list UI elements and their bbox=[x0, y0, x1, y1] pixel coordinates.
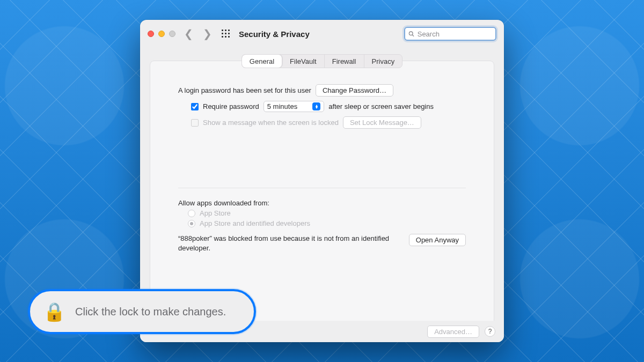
back-button[interactable]: ❮ bbox=[184, 28, 193, 39]
login-password-label: A login password has been set for this u… bbox=[178, 86, 311, 94]
zoom-window-button[interactable] bbox=[169, 31, 175, 37]
advanced-button[interactable]: Advanced… bbox=[427, 326, 479, 338]
window-title: Security & Privacy bbox=[239, 29, 310, 39]
close-window-button[interactable] bbox=[148, 31, 154, 37]
search-field[interactable] bbox=[404, 27, 496, 41]
search-icon bbox=[408, 31, 414, 37]
search-input[interactable] bbox=[418, 30, 492, 38]
lock-callout: 🔒 Click the lock to make changes. bbox=[28, 289, 256, 334]
require-password-delay-select[interactable]: 5 minutes ▴▾ bbox=[264, 101, 324, 112]
set-lock-message-button: Set Lock Message… bbox=[343, 116, 421, 129]
require-password-checkbox[interactable] bbox=[191, 103, 199, 110]
minimize-window-button[interactable] bbox=[158, 31, 165, 37]
change-password-button[interactable]: Change Password… bbox=[316, 84, 393, 97]
show-all-icon[interactable] bbox=[222, 29, 230, 38]
radio-identified-developers bbox=[188, 220, 195, 227]
window-controls bbox=[148, 31, 175, 37]
svg-line-1 bbox=[412, 35, 414, 36]
show-message-label: Show a message when the screen is locked bbox=[203, 119, 339, 127]
radio-identified-developers-label: App Store and identified developers bbox=[200, 219, 310, 227]
tab-general[interactable]: General bbox=[242, 55, 282, 68]
help-button[interactable]: ? bbox=[485, 326, 495, 337]
titlebar: ❮ ❯ Security & Privacy bbox=[140, 20, 504, 48]
tab-filevault[interactable]: FileVault bbox=[282, 55, 325, 68]
forward-button[interactable]: ❯ bbox=[203, 28, 212, 39]
require-password-delay-value: 5 minutes bbox=[267, 102, 297, 110]
stepper-icon: ▴▾ bbox=[312, 102, 320, 110]
require-password-after-label: after sleep or screen saver begins bbox=[328, 102, 434, 110]
lock-icon[interactable]: 🔒 bbox=[43, 302, 65, 321]
radio-app-store bbox=[188, 210, 195, 217]
blocked-app-message: “888poker” was blocked from use because … bbox=[178, 234, 401, 253]
tab-privacy[interactable]: Privacy bbox=[364, 55, 402, 68]
lock-hint-text: Click the lock to make changes. bbox=[75, 306, 226, 318]
allow-apps-heading: Allow apps downloaded from: bbox=[178, 199, 466, 207]
open-anyway-button[interactable]: Open Anyway bbox=[409, 234, 466, 246]
radio-app-store-label: App Store bbox=[200, 209, 231, 217]
tab-firewall[interactable]: Firewall bbox=[325, 55, 364, 68]
tab-bar: General FileVault Firewall Privacy bbox=[241, 54, 402, 68]
svg-point-0 bbox=[409, 32, 413, 35]
require-password-label: Require password bbox=[203, 102, 259, 110]
show-message-checkbox bbox=[191, 119, 199, 127]
